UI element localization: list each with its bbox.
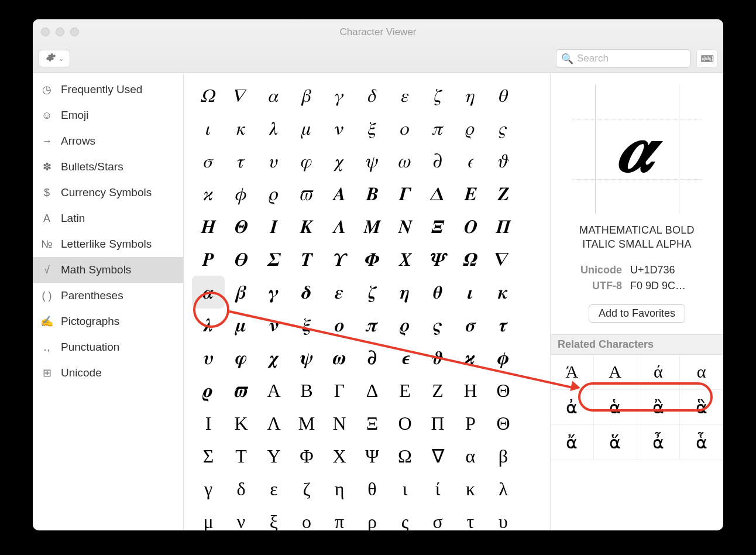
character-cell[interactable]: 𝜨 (389, 210, 421, 243)
character-cell[interactable]: ∇ (421, 440, 454, 472)
character-cell[interactable]: Θ (487, 374, 520, 407)
character-cell[interactable]: 𝜘 (192, 177, 225, 210)
character-cell[interactable]: 𝛿 (356, 79, 389, 112)
character-cell[interactable]: 𝜷 (225, 276, 257, 309)
character-cell[interactable]: 𝜱 (356, 243, 389, 276)
character-cell[interactable]: Θ (487, 407, 520, 440)
character-cell[interactable]: 𝜵 (487, 243, 520, 276)
character-cell[interactable]: 𝜸 (257, 276, 290, 309)
character-cell[interactable]: Ο (389, 407, 421, 440)
character-cell[interactable]: ε (257, 472, 290, 505)
character-cell[interactable]: 𝜓 (356, 145, 389, 177)
sidebar-item-currency-symbols[interactable]: $Currency Symbols (33, 180, 183, 205)
character-cell[interactable]: κ (454, 472, 487, 505)
character-cell[interactable]: ο (290, 505, 323, 530)
sidebar-item-emoji[interactable]: ☺Emoji (33, 102, 183, 128)
character-cell[interactable]: θ (356, 472, 389, 505)
character-cell[interactable]: 𝜁 (421, 79, 454, 112)
character-cell[interactable]: Α (257, 374, 290, 407)
character-cell[interactable]: 𝜇 (290, 112, 323, 145)
character-cell[interactable]: 𝜀 (389, 79, 421, 112)
character-cell[interactable]: 𝜮 (257, 243, 290, 276)
character-cell[interactable]: 𝝉 (487, 309, 520, 341)
character-cell[interactable]: β (487, 440, 520, 472)
character-cell[interactable]: Μ (290, 407, 323, 440)
character-cell[interactable]: ς (389, 505, 421, 530)
related-character-cell[interactable]: ἇ (680, 425, 723, 460)
character-cell[interactable]: Ρ (454, 407, 487, 440)
character-cell[interactable]: α (454, 440, 487, 472)
character-cell[interactable]: 𝜚 (257, 177, 290, 210)
character-cell[interactable]: δ (225, 472, 257, 505)
character-cell[interactable]: 𝜡 (487, 177, 520, 210)
related-character-cell[interactable]: ἆ (637, 425, 681, 460)
character-cell[interactable]: Κ (225, 407, 257, 440)
character-cell[interactable]: Γ (323, 374, 356, 407)
sidebar-item-arrows[interactable]: →Arrows (33, 128, 183, 154)
character-cell[interactable]: 𝝊 (192, 341, 225, 374)
character-cell[interactable]: 𝜺 (323, 276, 356, 309)
character-cell[interactable]: 𝝔 (192, 374, 225, 407)
sidebar-item-latin[interactable]: ALatin (33, 205, 183, 231)
sidebar-item-math-symbols[interactable]: √Math Symbols (33, 257, 183, 283)
character-cell[interactable]: γ (192, 472, 225, 505)
character-cell[interactable]: π (323, 505, 356, 530)
character-cell[interactable]: 𝜗 (487, 145, 520, 177)
character-cell[interactable]: 𝜎 (192, 145, 225, 177)
character-cell[interactable]: 𝜲 (389, 243, 421, 276)
character-cell[interactable]: 𝜏 (225, 145, 257, 177)
character-cell[interactable]: 𝜠 (454, 177, 487, 210)
sidebar-item-punctuation[interactable]: ․,Punctuation (33, 334, 183, 360)
character-cell[interactable]: 𝜛 (290, 177, 323, 210)
character-cell[interactable]: 𝜦 (323, 210, 356, 243)
character-cell[interactable]: 𝜂 (454, 79, 487, 112)
character-cell[interactable]: 𝜽 (421, 276, 454, 309)
character-cell[interactable]: 𝜬 (192, 243, 225, 276)
character-cell[interactable]: ί (421, 472, 454, 505)
character-cell[interactable]: 𝜜 (323, 177, 356, 210)
character-cell[interactable]: Υ (257, 440, 290, 472)
character-cell[interactable]: 𝛻 (225, 79, 257, 112)
character-cell[interactable]: 𝝅 (356, 309, 389, 341)
character-cell[interactable]: 𝜼 (389, 276, 421, 309)
sidebar-item-bullets-stars[interactable]: ✽Bullets/Stars (33, 154, 183, 180)
character-cell[interactable]: Ε (389, 374, 421, 407)
sidebar-item-unicode[interactable]: ⊞Unicode (33, 360, 183, 386)
character-cell[interactable]: ι (389, 472, 421, 505)
sidebar-item-letterlike-symbols[interactable]: №Letterlike Symbols (33, 231, 183, 257)
character-cell[interactable]: 𝜯 (290, 243, 323, 276)
character-cell[interactable]: 𝜆 (257, 112, 290, 145)
character-cell[interactable]: Η (454, 374, 487, 407)
character-cell[interactable]: 𝛺 (192, 79, 225, 112)
character-cell[interactable]: Τ (225, 440, 257, 472)
character-cell[interactable]: 𝝆 (389, 309, 421, 341)
character-cell[interactable]: 𝜕 (421, 145, 454, 177)
character-cell[interactable]: 𝜍 (487, 112, 520, 145)
character-cell[interactable]: σ (421, 505, 454, 530)
sidebar-item-frequently-used[interactable]: ◷Frequently Used (33, 77, 183, 102)
character-cell[interactable]: 𝜹 (290, 276, 323, 309)
character-cell[interactable]: 𝜑 (290, 145, 323, 177)
character-cell[interactable]: 𝜝 (356, 177, 389, 210)
character-cell[interactable]: Ζ (421, 374, 454, 407)
character-cell[interactable]: 𝜣 (225, 210, 257, 243)
character-cell[interactable]: 𝛼 (257, 79, 290, 112)
character-cell[interactable]: 𝜌 (454, 112, 487, 145)
character-cell[interactable]: 𝜻 (356, 276, 389, 309)
character-cell[interactable]: 𝛽 (290, 79, 323, 112)
related-character-cell[interactable]: ἄ (551, 425, 594, 460)
character-cell[interactable]: τ (454, 505, 487, 530)
search-input[interactable] (577, 53, 685, 64)
character-cell[interactable]: Δ (356, 374, 389, 407)
character-cell[interactable]: Σ (192, 440, 225, 472)
character-cell[interactable]: μ (192, 505, 225, 530)
character-cell[interactable]: 𝝕 (225, 374, 257, 407)
character-cell[interactable]: Π (421, 407, 454, 440)
search-field[interactable]: 🔍 (556, 49, 690, 68)
sidebar-item-pictographs[interactable]: ✍Pictographs (33, 309, 183, 334)
character-cell[interactable]: 𝜋 (421, 112, 454, 145)
character-cell[interactable]: 𝜳 (421, 243, 454, 276)
character-cell[interactable]: Φ (290, 440, 323, 472)
character-cell[interactable]: 𝜭 (225, 243, 257, 276)
character-cell[interactable]: 𝜖 (454, 145, 487, 177)
